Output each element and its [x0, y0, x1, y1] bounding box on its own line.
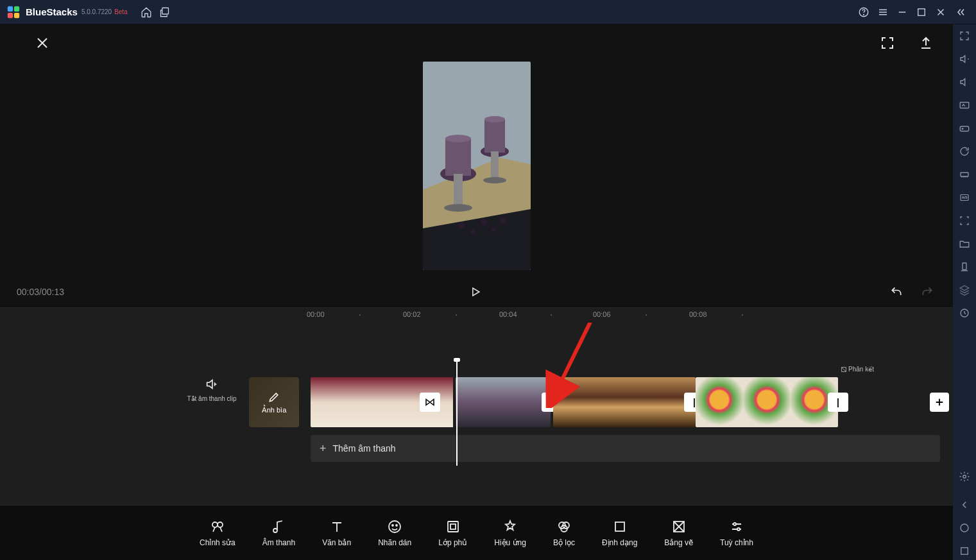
svg-rect-12	[963, 263, 966, 270]
tool-label: Bộ lọc	[553, 538, 575, 547]
add-audio-label: Thêm âm thanh	[333, 443, 396, 454]
svg-point-14	[963, 475, 966, 479]
phanket-label: Phân kết	[841, 366, 874, 373]
tool-effects[interactable]: Hiệu ứng	[494, 519, 526, 547]
svg-rect-43	[450, 524, 456, 529]
volume-icon[interactable]	[955, 73, 973, 91]
svg-rect-16	[961, 548, 968, 555]
svg-rect-4	[162, 8, 168, 14]
redo-button[interactable]	[918, 283, 936, 301]
back-icon[interactable]	[955, 496, 973, 514]
svg-point-31	[470, 229, 475, 234]
clock-icon[interactable]	[955, 304, 973, 322]
tool-label: Tuỳ chỉnh	[720, 538, 753, 547]
ruler-tick: 00:02	[403, 310, 421, 318]
svg-rect-3	[14, 12, 19, 17]
ruler-tick: 00:00	[307, 310, 325, 318]
svg-point-32	[481, 219, 487, 225]
export-icon[interactable]	[914, 31, 937, 55]
tool-overlay[interactable]: Lớp phủ	[438, 519, 467, 547]
minimize-icon[interactable]	[893, 3, 912, 22]
menu-icon[interactable]	[873, 3, 893, 22]
tool-format[interactable]: Định dạng	[602, 519, 637, 547]
add-clip-button[interactable]	[930, 393, 949, 412]
bottom-toolbar: Chỉnh sửa Âm thanh Văn bản Nhãn dán Lớp …	[0, 505, 953, 560]
svg-point-39	[389, 521, 400, 532]
tool-canvas[interactable]: Bảng vẽ	[664, 519, 693, 547]
tool-label: Hiệu ứng	[494, 538, 526, 547]
tool-label: Chỉnh sửa	[200, 538, 235, 547]
svg-point-41	[396, 525, 397, 526]
fullscreen-icon[interactable]	[955, 27, 973, 45]
tool-text[interactable]: Văn bản	[322, 519, 351, 547]
svg-rect-2	[8, 12, 13, 17]
timecode-label: 00:03/00:13	[17, 287, 64, 297]
nav-home-icon[interactable]	[955, 519, 973, 537]
svg-rect-47	[615, 522, 624, 531]
tool-filter[interactable]: Bộ lọc	[553, 519, 575, 547]
pencil-icon	[268, 391, 280, 403]
transition-button[interactable]	[420, 393, 440, 412]
tabs-icon[interactable]	[156, 3, 175, 22]
timeline-ruler[interactable]: 00:00 00:02 00:04 00:06 00:08	[0, 307, 953, 323]
volume-up-icon[interactable]	[955, 50, 973, 68]
layers-icon[interactable]	[955, 281, 973, 299]
svg-rect-21	[445, 139, 471, 176]
undo-button[interactable]	[887, 283, 905, 301]
tool-sticker[interactable]: Nhãn dán	[378, 519, 411, 547]
folder-icon[interactable]	[955, 235, 973, 253]
svg-rect-1	[14, 6, 19, 11]
cover-label: Ảnh bìa	[262, 406, 287, 414]
cover-thumb[interactable]: Ảnh bìa	[249, 377, 299, 427]
svg-point-27	[484, 116, 505, 123]
play-button[interactable]	[467, 283, 484, 301]
help-icon[interactable]	[854, 3, 873, 22]
expand-preview-icon[interactable]	[876, 31, 899, 55]
svg-point-50	[737, 528, 740, 530]
tool-label: Định dạng	[602, 538, 637, 547]
maximize-icon[interactable]	[912, 3, 931, 22]
preview-area	[0, 62, 953, 270]
rotate-icon[interactable]	[955, 258, 973, 276]
transition-button[interactable]: |	[828, 393, 848, 412]
sync-icon[interactable]	[955, 142, 973, 160]
editor-main: 00:03/00:13 00:00 00:02 00:04 00:06 00:0…	[0, 24, 953, 560]
svg-rect-42	[448, 522, 458, 532]
timeline-clip[interactable]	[696, 377, 838, 427]
tool-edit[interactable]: Chỉnh sửa	[200, 519, 235, 547]
recents-icon[interactable]	[955, 542, 973, 560]
tool-label: Bảng vẽ	[664, 538, 693, 547]
svg-point-30	[458, 222, 465, 228]
timeline-clip[interactable]	[456, 377, 552, 427]
version-label: 5.0.0.7220	[81, 8, 112, 15]
preview-frame[interactable]	[423, 62, 531, 270]
screenshot-icon[interactable]	[955, 212, 973, 230]
apk-icon[interactable]	[955, 189, 973, 207]
ruler-tick: 00:04	[499, 310, 517, 318]
beta-label: Beta	[114, 8, 128, 15]
collapse-icon[interactable]	[950, 3, 970, 22]
keymap-icon[interactable]	[955, 96, 973, 114]
titlebar: BlueStacks 5.0.0.7220 Beta	[0, 0, 976, 24]
system-sidebar	[953, 24, 976, 560]
memory-icon[interactable]	[955, 165, 973, 183]
tool-audio[interactable]: Âm thanh	[262, 519, 295, 547]
close-editor-button[interactable]	[31, 31, 54, 55]
svg-rect-7	[918, 8, 925, 15]
brand-label: BlueStacks	[26, 6, 78, 17]
video-track: | | |	[311, 377, 940, 427]
svg-rect-10	[961, 173, 968, 176]
controller-icon[interactable]	[955, 119, 973, 137]
close-window-icon[interactable]	[931, 3, 950, 22]
mute-icon	[205, 377, 219, 394]
timeline[interactable]: Tắt âm thanh clip Ảnh bìa	[0, 323, 953, 505]
add-audio-row[interactable]: + Thêm âm thanh	[311, 435, 940, 462]
home-icon[interactable]	[137, 3, 156, 22]
timeline-clip[interactable]	[553, 377, 696, 427]
svg-point-37	[212, 522, 218, 527]
mute-clip-control[interactable]: Tắt âm thanh clip	[186, 377, 237, 403]
settings-icon[interactable]	[955, 468, 973, 486]
svg-point-38	[218, 522, 223, 527]
svg-rect-0	[8, 6, 13, 11]
tool-adjust[interactable]: Tuỳ chỉnh	[720, 519, 753, 547]
